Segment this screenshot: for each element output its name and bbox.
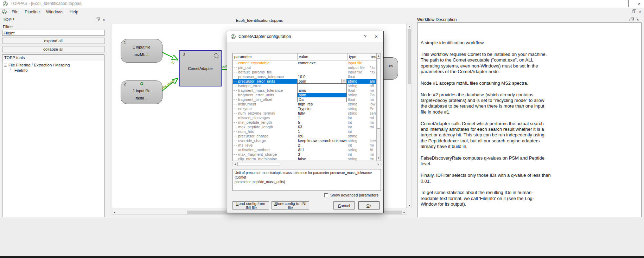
menu-item-help[interactable]: Help <box>66 9 82 15</box>
workflow-description-line <box>421 167 638 173</box>
scroll-up-icon[interactable]: ▲ <box>407 24 412 29</box>
param-row-enzyme[interactable]: enzymeTrypsinstringPe <box>233 107 377 111</box>
param-row-max_peptide_length[interactable]: max_peptide_length63intmi <box>233 125 377 129</box>
column-header-restrictions[interactable]: res <box>369 53 377 60</box>
input-file-node-mzml[interactable]: 1 1 input file .mzML ... <box>121 39 162 63</box>
parameter-table: parameter value type res comet_executabl… <box>232 53 381 161</box>
scroll-left-icon[interactable]: ◄ <box>112 210 117 214</box>
show-advanced-checkbox[interactable] <box>324 193 328 197</box>
column-header-parameter[interactable]: parameter <box>233 53 298 60</box>
param-type: string <box>348 111 369 116</box>
menu-item-windows[interactable]: Windows <box>43 9 66 15</box>
edge-label-database: database <box>161 78 176 90</box>
scroll-right-icon[interactable]: ► <box>376 162 381 166</box>
table-vertical-scrollbar[interactable]: ▲ ▼ <box>376 53 381 161</box>
dialog-title-bar[interactable]: CometAdapter configuration ? × <box>227 31 383 42</box>
param-row-precursor_charge[interactable]: precursor_charge0:0string <box>233 134 377 138</box>
workflow-description-line <box>421 184 638 190</box>
param-value: 5 <box>298 120 347 125</box>
precursor-error-units-combobox[interactable]: ppm ▼ <box>297 79 347 84</box>
menu-items: FilePipelineWindowsHelp <box>8 8 81 16</box>
load-config-button[interactable]: Load config from .INI file <box>232 201 269 209</box>
param-restrictions <box>370 61 377 65</box>
param-row-default_params_file[interactable]: default_params_fileinput file*.tx <box>233 70 377 75</box>
scroll-up-icon[interactable]: ▲ <box>377 54 381 58</box>
tree-item-label: File Filtering / Extraction / Merging <box>8 63 70 67</box>
param-type: string <box>348 138 369 143</box>
advanced-parameters-row: Show advanced parameters <box>227 193 383 198</box>
param-restrictions: mi <box>370 116 377 120</box>
close-window-icon[interactable]: × <box>638 2 640 6</box>
column-header-type[interactable]: type <box>347 53 369 60</box>
workflow-panel-float-icon[interactable] <box>630 19 632 21</box>
node-title: CometAdapter <box>188 66 213 71</box>
scroll-right-icon[interactable]: ► <box>402 210 407 214</box>
expand-all-button[interactable]: expand all <box>2 38 104 44</box>
dialog-close-icon[interactable]: × <box>375 33 378 39</box>
cancel-button[interactable]: Cancel <box>333 201 355 209</box>
topp-tools-list: TOPP tools File Filtering / Extraction /… <box>2 54 104 217</box>
dropdown-option-ppm[interactable]: ppm <box>298 93 346 97</box>
param-value: keep known search unknown <box>298 138 347 143</box>
tree-item-file-filtering[interactable]: File Filtering / Extraction / Merging <box>4 63 104 68</box>
topp-panel-close-icon[interactable]: × <box>103 18 105 22</box>
workflow-description-line <box>421 75 638 80</box>
param-row-override_charge[interactable]: override_chargekeep known search unknown… <box>233 138 377 143</box>
param-row-activation_method[interactable]: activation_methodALLstringAL <box>233 148 377 152</box>
menu-item-pipeline[interactable]: Pipeline <box>21 9 43 15</box>
param-row-ms_level[interactable]: ms_level2intmi <box>233 143 377 148</box>
param-row-clip_nterm_methionine[interactable]: clip_nterm_methioninefalsestringtru <box>233 157 377 161</box>
param-row-min_peptide_length[interactable]: min_peptide_length5intmi <box>233 120 377 125</box>
param-restrictions: kee <box>370 138 377 143</box>
show-advanced-label[interactable]: Show advanced parameters <box>330 193 378 197</box>
dropdown-options: amuppmDa <box>298 88 346 102</box>
button-label: Cancel <box>338 204 350 208</box>
collapse-all-button[interactable]: collapse all <box>2 46 104 52</box>
tree-item-fileinfo[interactable]: FileInfo <box>10 68 104 73</box>
canvas-vertical-scrollbar[interactable]: ▲ ▼ <box>407 24 412 208</box>
param-type: int <box>348 143 369 148</box>
ok-button[interactable]: Ok <box>358 201 380 209</box>
param-row-pin_out[interactable]: pin_outoutput file*.ts <box>233 65 377 70</box>
collapse-expander-icon[interactable] <box>4 64 7 67</box>
param-name: fragment_bin_offset <box>234 97 297 102</box>
scroll-left-icon[interactable]: ◄ <box>233 162 237 166</box>
param-row-num_enzyme_termini[interactable]: num_enzyme_terminifullystringsem <box>233 111 377 116</box>
topp-panel-float-icon[interactable] <box>96 19 98 21</box>
scroll-down-icon[interactable]: ▼ <box>407 203 412 208</box>
table-scroll-thumb[interactable] <box>377 58 380 129</box>
filter-label: Filter: <box>3 25 13 29</box>
filter-input[interactable] <box>2 30 104 36</box>
workflow-panel-close-icon[interactable]: × <box>637 18 639 22</box>
table-hscroll-thumb[interactable] <box>237 162 280 166</box>
workflow-description-box[interactable]: A simple identification workflow.This wo… <box>417 22 642 217</box>
param-row-max_fragment_charge[interactable]: max_fragment_charge3intmi <box>233 152 377 157</box>
scroll-down-icon[interactable]: ▼ <box>377 156 381 160</box>
dropdown-option-amu[interactable]: amu <box>298 88 346 93</box>
cometadapter-node[interactable]: 3 CometAdapter <box>179 50 222 86</box>
table-horizontal-scrollbar[interactable]: ◄ ► <box>232 162 381 166</box>
maximize-window-icon[interactable] <box>628 1 629 7</box>
input-file-node-fasta[interactable]: 2 ♻ 1 input file .fasta ... <box>121 80 162 104</box>
param-name: activation_method <box>234 148 297 152</box>
dialog-help-icon[interactable]: ? <box>364 34 366 39</box>
mdi-restore-icon[interactable] <box>632 11 635 13</box>
column-header-value[interactable]: value <box>298 53 347 60</box>
param-row-missed_cleavages[interactable]: missed_cleavages1intmi <box>233 116 377 120</box>
param-row-num_hits[interactable]: num_hits1int <box>233 129 377 134</box>
param-name: precursor_charge <box>234 134 297 138</box>
param-type: string <box>348 134 369 138</box>
param-row-instrument[interactable]: instrumenthigh_resstringlow <box>233 102 377 107</box>
dropdown-option-Da[interactable]: Da <box>298 97 346 102</box>
tree-branch-icon <box>10 68 13 71</box>
param-type: string <box>348 157 369 161</box>
param-restrictions: sem <box>370 111 377 116</box>
vertical-scroll-thumb[interactable] <box>408 29 411 84</box>
param-row-comet_executable[interactable]: comet_executablecomet.exeinput file <box>233 61 377 65</box>
window-title: TOPPAS - [Ecoli_Identification.toppas] <box>11 1 82 6</box>
menu-item-file[interactable]: File <box>8 9 21 15</box>
mdi-close-icon[interactable]: × <box>639 9 641 14</box>
store-config-button[interactable]: Store config to .INI file <box>272 201 309 209</box>
combobox-dropdown-icon[interactable]: ▼ <box>341 79 346 83</box>
param-type: string <box>348 107 369 111</box>
